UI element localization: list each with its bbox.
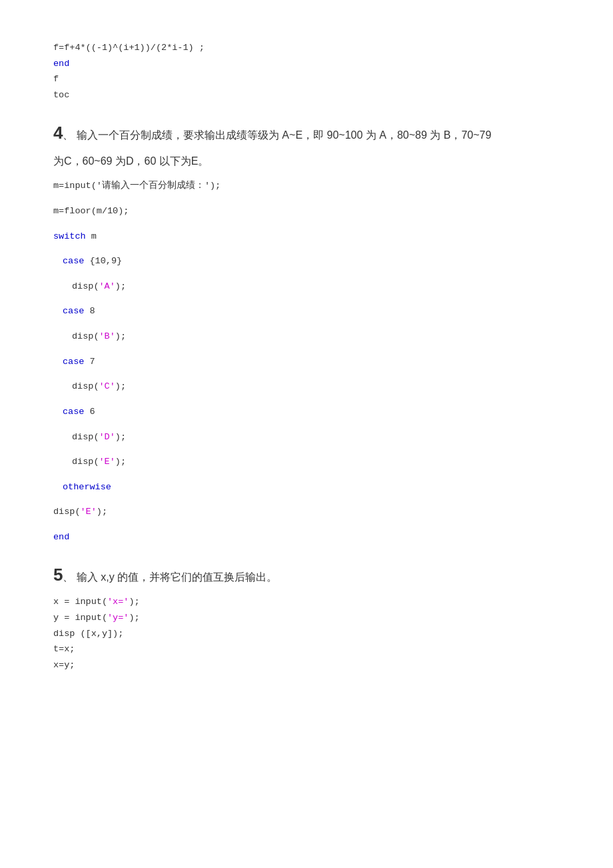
- code-input-m: m=input('请输入一个百分制成绩：');: [53, 178, 560, 194]
- code-x-input: x = input('x=');: [53, 594, 560, 610]
- section4-heading: 4、 输入一个百分制成绩，要求输出成绩等级为 A~E，即 90~100 为 A，…: [53, 119, 560, 171]
- code-case-10-9: case {10,9}: [53, 253, 560, 269]
- code-otherwise: otherwise: [53, 479, 560, 495]
- blank: [53, 194, 560, 203]
- code-disp-C: disp('C');: [53, 379, 560, 395]
- code-x-eq-y: x=y;: [53, 657, 560, 673]
- blank: [53, 369, 560, 379]
- code-line-4: toc: [53, 87, 560, 103]
- code-case-7: case 7: [53, 354, 560, 370]
- code-disp-A: disp('A');: [53, 279, 560, 295]
- code-disp-D: disp('D');: [53, 429, 560, 445]
- code-line-1: f=f+4*((-1)^(i+1))/(2*i-1) ;: [53, 40, 560, 56]
- section5-heading: 5、 输入 x,y 的值，并将它们的值互换后输出。: [53, 561, 560, 589]
- code-case-6: case 6: [53, 404, 560, 420]
- code-t-eq-x: t=x;: [53, 641, 560, 657]
- section5-number: 5: [53, 565, 63, 585]
- blank: [53, 269, 560, 279]
- top-code-block: f=f+4*((-1)^(i+1))/(2*i-1) ; end f toc: [53, 40, 560, 103]
- blank: [53, 294, 560, 303]
- blank: [53, 495, 560, 504]
- code-switch: switch m: [53, 229, 560, 245]
- blank: [53, 420, 560, 429]
- code-disp-E-case6: disp('E');: [53, 454, 560, 470]
- blank: [53, 345, 560, 354]
- blank: [53, 244, 560, 253]
- code-y-input: y = input('y=');: [53, 610, 560, 626]
- blank: [53, 470, 560, 479]
- code-disp-B: disp('B');: [53, 329, 560, 345]
- blank: [53, 219, 560, 229]
- section4-number: 4: [53, 123, 63, 143]
- code-disp-E-otherwise: disp('E');: [53, 504, 560, 520]
- section4-desc1: 、 输入一个百分制成绩，要求输出成绩等级为 A~E，即 90~100 为 A，8…: [63, 129, 491, 141]
- section5-code: x = input('x='); y = input('y='); disp (…: [53, 594, 560, 673]
- code-line-3: f: [53, 71, 560, 87]
- blank: [53, 520, 560, 529]
- blank: [53, 319, 560, 329]
- code-disp-xy: disp ([x,y]);: [53, 626, 560, 642]
- code-line-2: end: [53, 56, 560, 72]
- code-end-switch: end: [53, 529, 560, 545]
- blank: [53, 395, 560, 404]
- section4-desc2: 为C，60~69 为D，60 以下为E。: [53, 152, 560, 170]
- code-floor: m=floor(m/10);: [53, 203, 560, 219]
- section4-code: m=input('请输入一个百分制成绩：'); m=floor(m/10); s…: [53, 178, 560, 545]
- section5-desc: 、 输入 x,y 的值，并将它们的值互换后输出。: [63, 571, 277, 583]
- blank: [53, 445, 560, 454]
- code-case-8: case 8: [53, 303, 560, 319]
